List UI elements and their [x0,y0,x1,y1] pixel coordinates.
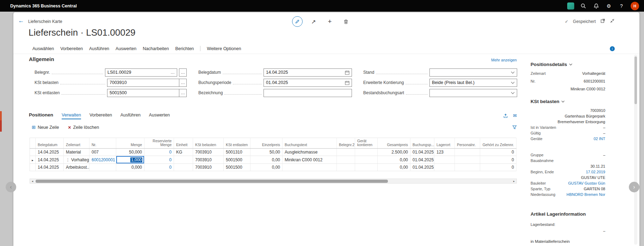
cell-buchungstext[interactable] [283,164,337,171]
scroll-left-icon[interactable]: ◄ [30,180,35,182]
share-icon[interactable]: ↗ [308,16,319,27]
ribbon-item-vorbereiten[interactable]: Vorbereiten [60,46,83,51]
field-input-kst-belasten[interactable]: 7003910 [107,79,179,87]
cell-kst-belasten[interactable]: 7003910 [193,156,224,164]
column-header-belegdatum[interactable]: Belegdatum [36,138,64,149]
row-selector[interactable]: ▸ [30,156,36,164]
back-arrow-icon[interactable]: ← [17,17,25,25]
column-header-einzelpreis[interactable]: Einzelpreis [250,138,283,149]
field-input-belegnr[interactable]: LS01.00029… [105,68,177,77]
cell-nr[interactable]: 6001200001 [89,156,116,164]
cell-einzelpreis[interactable]: 0,00 [250,164,283,171]
positions-tab-verwalten[interactable]: Verwalten [62,113,81,119]
column-header-zeilenart[interactable]: Zeilenart [64,138,89,149]
cell-kst-belasten[interactable]: 7003910 [193,164,224,171]
calendar-icon[interactable] [345,80,349,85]
cell-nr[interactable] [89,164,116,171]
cell-gesamtpreis[interactable]: 0,00 [378,164,410,171]
column-header-gesamtpreis[interactable]: Gesamtpreis [378,138,410,149]
delete-line-button[interactable]: × Zeile löschen [68,125,99,130]
field-input-bestandsbuchungsart[interactable] [429,89,517,97]
more-options-menu[interactable]: Weitere Optionen [207,46,241,51]
column-header-buchungstext[interactable]: Buchungstext [283,138,337,149]
cell-lagerort[interactable] [434,164,455,171]
cell-lagerort[interactable] [434,156,455,164]
cell-kst-entlasten[interactable]: 5001500 [224,156,250,164]
column-header-belegnr-2[interactable]: Belegnr.2 [337,138,355,149]
positions-tab-ausführen[interactable]: Ausführen [120,113,141,119]
filter-funnel-icon[interactable] [512,125,517,130]
column-header-buchungsp[interactable]: Buchungsp... [410,138,434,149]
cell-reservierte-menge[interactable]: 0 [144,164,174,171]
factbox-value[interactable]: HBNORD Bremen Nor [566,192,605,197]
cell-lagerort[interactable]: 123 [434,149,455,156]
cell-belegdatum[interactable]: 14.04.2025 [36,156,64,164]
row-menu-icon[interactable]: ⋮ [66,158,70,162]
ribbon-item-nacharbeiten[interactable]: Nacharbeiten [143,46,169,51]
share-export-icon[interactable] [503,113,508,118]
cell-einheit[interactable] [174,156,193,164]
cell-kst-entlasten[interactable]: 5001500 [224,164,250,171]
positions-tab-vorbereiten[interactable]: Vorbereiten [89,113,112,119]
cell-zeilenart[interactable]: Arbeitskost... [64,164,89,171]
column-header-gehört-zu-zeilennr[interactable]: Gehört zu Zeilennr. [480,138,516,149]
positions-tab-auswerten[interactable]: Auswerten [149,113,170,119]
popout-icon[interactable] [600,18,605,24]
chevron-down-icon[interactable] [511,70,515,74]
ellipsis-icon[interactable]: … [171,70,175,75]
cell-kst-entlasten[interactable]: 5001310 [224,149,250,156]
column-header-menge[interactable]: Menge [116,138,144,149]
cell-buchungsp[interactable]: 01.04.2025 [410,156,434,164]
cell-gerät-kontieren[interactable] [355,156,378,164]
help-icon[interactable]: ? [618,2,625,10]
cell-gehört-zu-zeilennr[interactable]: 0 [480,149,516,156]
column-header-kst-entlasten[interactable]: KSt entlasten [224,138,250,149]
environment-badge-icon[interactable] [567,2,574,10]
mail-icon[interactable]: ✉ [513,113,517,118]
new-line-button[interactable]: ⊞ Neue Zeile [32,125,59,130]
field-input-bezeichnung[interactable] [264,89,352,97]
cell-reservierte-menge[interactable]: 0 [144,149,174,156]
delete-trash-icon[interactable] [341,16,351,27]
assist-ellipsis-button[interactable]: … [179,68,187,77]
collapse-icon[interactable] [610,18,615,24]
editing-cell[interactable]: 1,000 [116,156,144,163]
cell-einzelpreis[interactable]: 0,00 [250,156,283,164]
cell-belegdatum[interactable]: 14.04.2025 [36,149,64,156]
user-avatar[interactable]: H [631,2,639,10]
new-record-icon[interactable]: + [324,16,335,27]
cell-einheit[interactable]: KG [174,149,193,156]
cell-belegnr-2[interactable] [337,164,355,171]
cell-einheit[interactable] [174,164,193,171]
breadcrumb[interactable]: Lieferschein Karte [28,19,62,24]
assist-ellipsis-button[interactable]: … [179,79,187,87]
field-input-erweiterte-kontierung[interactable]: Beide (Preis laut Bel.) [429,79,517,87]
cell-gesamtpreis[interactable]: 0,00 [378,156,410,164]
factbox-section-positionsdetails[interactable]: Positionsdetails [531,62,605,67]
cell-buchungstext[interactable]: Ausgleichsmasse [283,149,337,156]
cell-gerät-kontieren[interactable] [355,164,378,171]
field-input-belegdatum[interactable]: 14.04.2025 [264,68,352,77]
cell-gesamtpreis[interactable]: 2.500,00 [378,149,410,156]
ribbon-item-berichten[interactable]: Berichten [175,46,194,51]
chevron-down-icon[interactable] [511,91,515,94]
field-input-buchungsperiode[interactable]: 01.04.2025 [264,79,352,87]
cell-kst-belasten[interactable]: 7003910 [193,149,224,156]
factbox-value[interactable]: 02 INT [594,136,605,142]
cell-buchungsp[interactable]: 01.04.2025 [410,149,434,156]
row-selector[interactable] [30,149,36,156]
cell-personalnr[interactable] [455,149,480,156]
cell-menge[interactable]: 1,000 [116,156,144,164]
column-header-personalnr[interactable]: Personalnr. [455,138,480,149]
calendar-icon[interactable] [345,70,349,75]
scroll-right-icon[interactable]: ► [512,180,516,182]
field-input-kst-entlasten[interactable]: 5001500 [107,89,179,97]
column-header-einheit[interactable]: Einheit [174,138,193,149]
factbox-section-kst-belasten[interactable]: KSt belasten [531,99,605,104]
edit-pencil-icon[interactable] [292,16,303,27]
cell-reservierte-menge[interactable]: 0 [144,156,174,164]
cell-personalnr[interactable] [455,164,480,171]
search-icon[interactable] [580,2,587,10]
cell-belegnr-2[interactable] [337,149,355,156]
cell-belegdatum[interactable]: 14.04.2025 [36,164,64,171]
